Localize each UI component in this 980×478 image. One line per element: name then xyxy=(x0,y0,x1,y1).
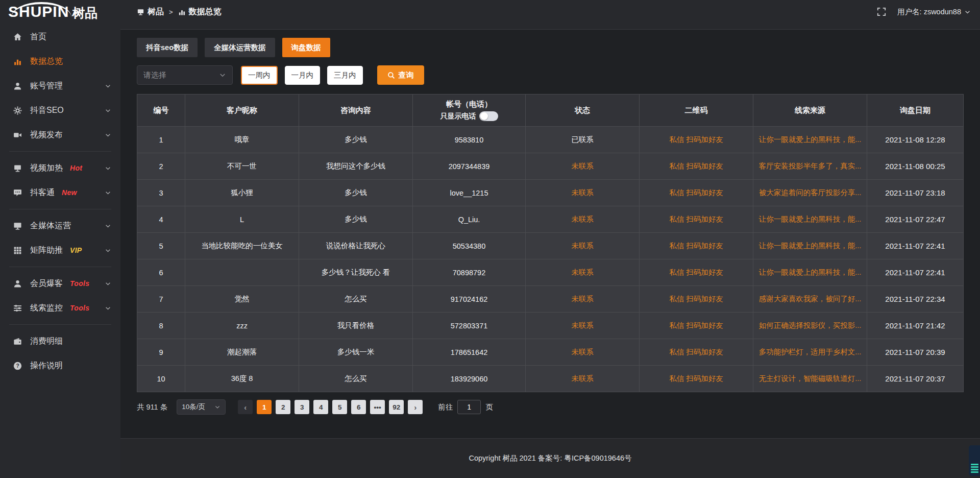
cell-source[interactable]: 感谢大家喜欢我家，被问了好... xyxy=(753,286,867,312)
page-unit-label: 页 xyxy=(485,402,493,412)
period-button-一周内[interactable]: 一周内 xyxy=(241,66,278,85)
fullscreen-icon[interactable] xyxy=(877,7,886,16)
sidebar-item-矩阵助推[interactable]: 矩阵助推VIP xyxy=(0,238,120,262)
sidebar-item-会员爆客[interactable]: 会员爆客Tools xyxy=(0,271,120,296)
cell-account: 572803371 xyxy=(413,313,525,339)
col-header-content: 咨询内容 xyxy=(299,94,412,126)
cell-source[interactable]: 多功能护栏灯，适用于乡村文... xyxy=(753,339,867,365)
page-button-2[interactable]: 2 xyxy=(276,400,290,414)
page-button-5[interactable]: 5 xyxy=(332,400,347,414)
cell-account: 178651642 xyxy=(413,339,525,365)
cell-source[interactable]: 客厅安装投影半年多了，真实... xyxy=(753,153,867,179)
filter-bar: 请选择 一周内一月内三月内 查询 xyxy=(137,65,964,85)
breadcrumb-item[interactable]: 数据总览 xyxy=(178,7,222,17)
sidebar-item-首页[interactable]: 首页 xyxy=(0,25,120,49)
page-button-4[interactable]: 4 xyxy=(313,400,328,414)
comment-icon xyxy=(13,188,22,197)
sliders-icon xyxy=(13,304,22,313)
phone-only-toggle[interactable] xyxy=(479,111,498,121)
sidebar-item-label: 矩阵助推 xyxy=(30,245,63,256)
cell-content: 多少钱？让我死心 看 xyxy=(299,259,412,285)
cell-source[interactable]: 让你一眼就爱上的黑科技，能... xyxy=(753,127,867,153)
next-page-button[interactable]: › xyxy=(408,400,423,414)
cell-qrcode[interactable]: 私信 扫码加好友 xyxy=(640,259,753,285)
cell-nickname: 哦章 xyxy=(185,127,299,153)
cell-no: 9 xyxy=(137,339,185,365)
query-button[interactable]: 查询 xyxy=(377,65,424,85)
cell-account: 2097344839 xyxy=(413,153,525,179)
footer: Copyright 树品 2021 备案号: 粤ICP备09019646号 xyxy=(120,438,980,478)
page-button-3[interactable]: 3 xyxy=(295,400,309,414)
period-button-三月内[interactable]: 三月内 xyxy=(327,66,363,85)
sidebar-item-抖客通[interactable]: 抖客通New xyxy=(0,180,120,205)
cell-content: 怎么买 xyxy=(299,366,412,392)
sidebar-item-badge: Tools xyxy=(70,304,89,312)
cell-qrcode[interactable]: 私信 扫码加好友 xyxy=(640,366,753,392)
cell-account: Q_Liu. xyxy=(413,206,525,232)
sidebar-item-label: 线索监控 xyxy=(30,303,63,314)
cell-source[interactable]: 让你一眼就爱上的黑科技，能... xyxy=(753,206,867,232)
screen-icon xyxy=(137,8,144,16)
page-button-92[interactable]: 92 xyxy=(389,400,404,414)
cell-source[interactable]: 让你一眼就爱上的黑科技，能... xyxy=(753,233,867,259)
tab-询盘数据[interactable]: 询盘数据 xyxy=(282,38,330,57)
cell-source[interactable]: 无主灯设计，智能磁吸轨道灯... xyxy=(753,366,867,392)
cell-nickname: 当地比较能吃的一位美女 xyxy=(185,233,299,259)
user-icon xyxy=(13,82,22,90)
cell-source[interactable]: 让你一眼就爱上的黑科技，能... xyxy=(753,259,867,285)
username-label: 用户名: zswodun88 xyxy=(897,7,961,17)
cell-nickname: L xyxy=(185,206,299,232)
sidebar-item-数据总览[interactable]: 数据总览 xyxy=(0,49,120,74)
cell-no: 10 xyxy=(137,366,185,392)
page-size-select[interactable]: 10条/页 xyxy=(177,399,226,415)
goto-page-input[interactable] xyxy=(457,400,481,414)
col-header-account: 帐号（电话） 只显示电话 xyxy=(413,94,525,126)
cell-date: 2021-11-07 21:42 xyxy=(867,313,963,339)
sidebar-item-badge: Tools xyxy=(70,279,89,288)
user-menu[interactable]: 用户名: zswodun88 xyxy=(897,7,971,17)
cell-qrcode[interactable]: 私信 扫码加好友 xyxy=(640,127,753,153)
cell-no: 6 xyxy=(137,259,185,285)
tab-抖音seo数据[interactable]: 抖音seo数据 xyxy=(137,38,198,57)
sidebar-item-视频加热[interactable]: 视频加热Hot xyxy=(0,156,120,180)
prev-page-button[interactable]: ‹ xyxy=(238,400,253,414)
cell-no: 2 xyxy=(137,153,185,179)
page-button-1[interactable]: 1 xyxy=(257,400,272,414)
cell-qrcode[interactable]: 私信 扫码加好友 xyxy=(640,153,753,179)
sidebar-item-badge: VIP xyxy=(70,246,82,254)
wallet-icon xyxy=(13,337,22,346)
cell-source[interactable]: 被大家追着问的客厅投影分享... xyxy=(753,180,867,206)
cell-date: 2021-11-07 22:41 xyxy=(867,233,963,259)
col-header-qrcode: 二维码 xyxy=(640,94,753,126)
sidebar-item-视频发布[interactable]: 视频发布 xyxy=(0,123,120,147)
sidebar-item-全媒体运营[interactable]: 全媒体运营 xyxy=(0,213,120,238)
monitor-icon xyxy=(13,222,22,230)
sidebar-item-操作说明[interactable]: ?操作说明 xyxy=(0,353,120,378)
cell-qrcode[interactable]: 私信 扫码加好友 xyxy=(640,206,753,232)
sidebar-item-抖音SEO[interactable]: 抖音SEO xyxy=(0,98,120,123)
more-pages-button[interactable]: ••• xyxy=(370,400,385,414)
sidebar-item-账号管理[interactable]: 账号管理 xyxy=(0,74,120,98)
cell-source[interactable]: 如何正确选择投影仪，买投影... xyxy=(753,313,867,339)
chevron-down-icon xyxy=(214,404,220,410)
cell-date: 2021-11-07 20:39 xyxy=(867,339,963,365)
sidebar-item-消费明细[interactable]: 消费明细 xyxy=(0,329,120,353)
gear-icon xyxy=(13,106,22,115)
page-button-6[interactable]: 6 xyxy=(351,400,366,414)
cell-qrcode[interactable]: 私信 扫码加好友 xyxy=(640,313,753,339)
cell-qrcode[interactable]: 私信 扫码加好友 xyxy=(640,180,753,206)
topbar: SHUPIN 树品 树品>数据总览 用户名: zswodun88 xyxy=(0,0,980,23)
cell-qrcode[interactable]: 私信 扫码加好友 xyxy=(640,339,753,365)
cell-qrcode[interactable]: 私信 扫码加好友 xyxy=(640,286,753,312)
cell-qrcode[interactable]: 私信 扫码加好友 xyxy=(640,233,753,259)
query-button-label: 查询 xyxy=(399,70,414,80)
period-buttons: 一周内一月内三月内 xyxy=(240,66,363,85)
breadcrumb-item[interactable]: 树品 xyxy=(137,7,164,17)
sidebar-item-label: 消费明细 xyxy=(30,336,63,347)
tab-全媒体运营数据[interactable]: 全媒体运营数据 xyxy=(205,38,275,57)
floating-widget[interactable] xyxy=(969,445,980,476)
period-button-一月内[interactable]: 一月内 xyxy=(285,66,321,85)
sidebar-item-线索监控[interactable]: 线索监控Tools xyxy=(0,296,120,320)
filter-select[interactable]: 请选择 xyxy=(137,65,233,85)
cell-content: 怎么买 xyxy=(299,286,412,312)
